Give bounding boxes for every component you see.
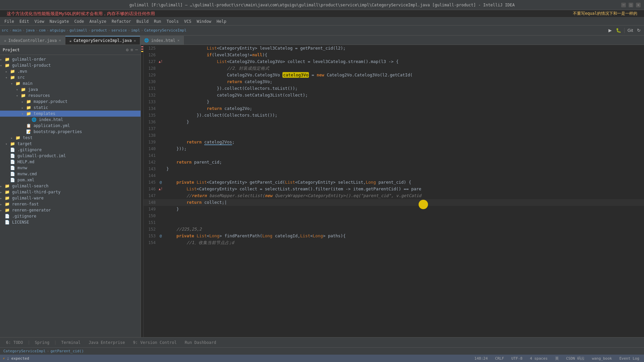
- breadcrumb-item-5[interactable]: gulimall: [69, 28, 87, 33]
- editor-code-content[interactable]: 125 List<CategoryEntity> level3Catelog =…: [144, 45, 644, 337]
- status-breadcrumb-class[interactable]: CategoryServiceImpl: [3, 349, 46, 353]
- tree-item-13[interactable]: ▸📁test: [0, 135, 141, 141]
- tab-2[interactable]: 🌐index.html✕: [140, 36, 184, 45]
- tree-arrow-5[interactable]: ▾: [16, 88, 21, 92]
- tab-1[interactable]: ☕CategoryServiceImpl.java✕: [65, 36, 141, 45]
- line-code-140[interactable]: }));: [164, 145, 644, 152]
- tree-arrow-0[interactable]: ▸: [0, 58, 5, 61]
- menu-item-window[interactable]: Window: [194, 18, 214, 24]
- tree-arrow-4[interactable]: ▾: [11, 82, 15, 85]
- event-log-button[interactable]: Event Log: [617, 356, 641, 361]
- tree-arrow-6[interactable]: ▾: [16, 94, 21, 98]
- tree-item-8[interactable]: ▸📁static: [0, 105, 141, 111]
- tree-item-19[interactable]: 📄mvnw.cmd: [0, 171, 141, 177]
- menu-item-vcs[interactable]: VCS: [181, 18, 194, 24]
- tree-item-9[interactable]: ▾📁templates: [0, 111, 141, 117]
- bottom-tab-2[interactable]: Terminal: [58, 339, 84, 346]
- bottom-tab-4[interactable]: 9: Version Control: [130, 339, 180, 346]
- menu-item-file[interactable]: File: [2, 18, 17, 24]
- tree-item-5[interactable]: ▾📁java: [0, 86, 141, 93]
- line-code-143[interactable]: }: [164, 166, 644, 172]
- tree-arrow-2[interactable]: ▸: [5, 70, 10, 73]
- sidebar-settings-icon[interactable]: ⚙: [126, 47, 129, 52]
- tree-arrow-23[interactable]: ▸: [0, 196, 5, 200]
- debug-button[interactable]: 🐛: [615, 27, 622, 34]
- tree-item-2[interactable]: ▸📁.mvn: [0, 68, 141, 74]
- tree-arrow-14[interactable]: ▾: [5, 142, 10, 146]
- line-code-147[interactable]: //return baseMapper.selectList(new Query…: [164, 192, 644, 199]
- tree-arrow-7[interactable]: ▸: [21, 100, 26, 104]
- line-code-146[interactable]: List<CategoryEntity> collect = selectLis…: [164, 186, 644, 192]
- menu-item-edit[interactable]: Edit: [17, 18, 32, 24]
- sidebar-layout-icon[interactable]: ≡: [130, 47, 133, 52]
- tree-arrow-21[interactable]: ▸: [0, 184, 5, 188]
- breadcrumb-item-2[interactable]: java: [26, 28, 35, 33]
- breadcrumb-item-8[interactable]: impl: [131, 28, 140, 33]
- line-code-130[interactable]: return catelog3Vo;: [164, 78, 644, 85]
- tree-item-12[interactable]: 📝bootstrap.properties: [0, 129, 141, 135]
- breadcrumb-item-6[interactable]: product: [92, 28, 107, 33]
- bottom-tab-3[interactable]: Java Enterprise: [85, 339, 128, 346]
- line-code-133[interactable]: }: [164, 99, 644, 105]
- tree-item-1[interactable]: ▾📁gulimall-product: [0, 62, 141, 68]
- minimize-button[interactable]: ─: [621, 3, 626, 7]
- menu-item-code[interactable]: Code: [72, 18, 87, 24]
- tree-arrow-24[interactable]: ▸: [0, 202, 5, 206]
- tree-item-6[interactable]: ▾📁resources: [0, 93, 141, 99]
- tree-arrow-3[interactable]: ▾: [5, 76, 10, 79]
- line-code-154[interactable]: //1、收集当前节点占;d: [164, 239, 644, 246]
- tree-item-11[interactable]: 📋application.yml: [0, 123, 141, 129]
- close-button[interactable]: ✕: [636, 3, 641, 7]
- sync-button[interactable]: ↻: [635, 27, 642, 34]
- menu-item-analyze[interactable]: Analyze: [87, 18, 109, 24]
- tree-item-14[interactable]: ▾📁target: [0, 141, 141, 147]
- status-breadcrumb-method[interactable]: getParent_cid(): [50, 349, 84, 353]
- editor-area[interactable]: 125 List<CategoryEntity> level3Catelog =…: [144, 45, 644, 337]
- line-code-142[interactable]: return parent_cid;: [164, 159, 644, 166]
- line-code-127[interactable]: List<Catelog2Vo.Catelog3Vo> collect = le…: [164, 58, 644, 65]
- line-code-135[interactable]: }).collect(Collectors.toList());: [164, 112, 644, 119]
- line-code-153[interactable]: private List<Long> findParentPath(Long c…: [164, 233, 644, 239]
- tree-item-0[interactable]: ▸📁gulimall-order: [0, 56, 141, 62]
- tree-item-20[interactable]: 📄pom.xml: [0, 177, 141, 183]
- run-button[interactable]: ▶: [606, 27, 614, 34]
- line-code-131[interactable]: }).collect(Collectors.toList());: [164, 85, 644, 92]
- tree-item-22[interactable]: ▸📁gulimall-third-party: [0, 189, 141, 195]
- menu-item-refactor[interactable]: Refactor: [109, 18, 134, 24]
- status-charset[interactable]: UTF-8: [509, 356, 525, 361]
- line-code-145[interactable]: private List<CategoryEntity> getParent_c…: [164, 179, 644, 186]
- tree-item-7[interactable]: ▸📁mapper.product: [0, 99, 141, 105]
- breadcrumb-item-0[interactable]: src: [2, 28, 8, 33]
- tree-arrow-13[interactable]: ▸: [11, 136, 15, 140]
- bottom-tab-1[interactable]: Spring: [32, 339, 53, 346]
- tree-arrow-9[interactable]: ▾: [21, 112, 26, 116]
- line-code-149[interactable]: }: [164, 206, 644, 213]
- tree-arrow-8[interactable]: ▸: [21, 106, 26, 110]
- tree-arrow-22[interactable]: ▸: [0, 190, 5, 194]
- bottom-tab-0[interactable]: 6: TODO: [3, 339, 26, 346]
- menu-item-navigate[interactable]: Navigate: [47, 18, 72, 24]
- git-button[interactable]: Git: [627, 27, 634, 34]
- breadcrumb-item-4[interactable]: atguigu: [50, 28, 65, 33]
- breadcrumb-item-3[interactable]: com: [39, 28, 46, 33]
- line-code-148[interactable]: return collect;|: [164, 199, 644, 206]
- breadcrumb-item-9[interactable]: CategoryServiceImpl: [144, 28, 186, 33]
- menu-item-tools[interactable]: Tools: [164, 18, 181, 24]
- line-code-134[interactable]: return catelog2Vo;: [164, 105, 644, 112]
- status-position[interactable]: 148:24: [472, 356, 490, 361]
- tree-item-24[interactable]: ▸📁renren-fast: [0, 201, 141, 207]
- status-crlf[interactable]: CRLF: [493, 356, 506, 361]
- tree-item-4[interactable]: ▾📁main: [0, 80, 141, 86]
- tree-item-23[interactable]: ▸📁gulimall-ware: [0, 195, 141, 201]
- tree-item-25[interactable]: ▸📁renren-generator: [0, 207, 141, 213]
- menu-item-run[interactable]: Run: [151, 18, 164, 24]
- bottom-tab-5[interactable]: Run Dashboard: [181, 339, 220, 346]
- status-lang[interactable]: 英: [553, 356, 561, 361]
- tree-item-10[interactable]: 🌐index.html: [0, 117, 141, 123]
- tab-close-1[interactable]: ✕: [134, 39, 136, 43]
- tab-close-2[interactable]: ✕: [177, 38, 180, 43]
- tab-0[interactable]: ☕IndexController.java✕: [0, 36, 65, 45]
- tree-arrow-25[interactable]: ▸: [0, 208, 5, 212]
- line-code-152[interactable]: //225,25,2: [164, 226, 644, 233]
- line-code-128[interactable]: //2、封装成指定格式: [164, 65, 644, 72]
